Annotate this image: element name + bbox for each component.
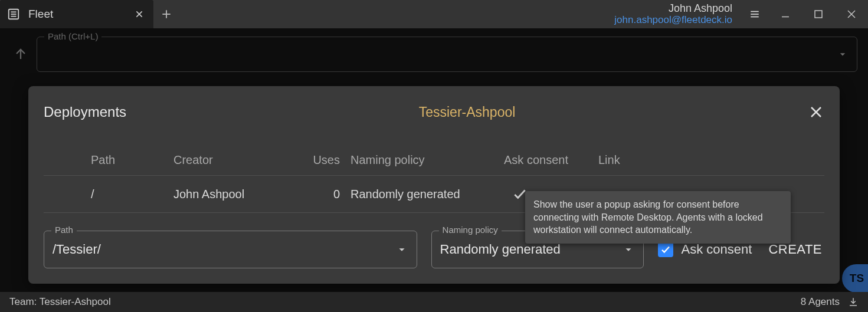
new-tab-button[interactable] bbox=[153, 0, 179, 28]
status-bar: Team: Tessier-Ashpool 8 Agents bbox=[0, 292, 868, 312]
form-naming-legend: Naming policy bbox=[439, 225, 502, 235]
ask-consent-control[interactable]: Ask consent bbox=[658, 242, 752, 257]
form-path-input[interactable] bbox=[53, 242, 395, 257]
col-naming: Naming policy bbox=[351, 153, 504, 167]
download-icon[interactable] bbox=[848, 297, 859, 307]
modal-team-name: Tessier-Ashpool bbox=[126, 104, 808, 120]
col-creator: Creator bbox=[173, 153, 286, 167]
cell-uses: 0 bbox=[286, 188, 351, 201]
list-icon bbox=[7, 8, 20, 21]
form-path-legend: Path bbox=[51, 225, 77, 235]
user-email[interactable]: john.ashpool@fleetdeck.io bbox=[614, 15, 732, 26]
user-info: John Ashpool john.ashpool@fleetdeck.io bbox=[614, 3, 741, 25]
status-team: Team: Tessier-Ashpool bbox=[9, 296, 111, 308]
chevron-down-icon[interactable] bbox=[622, 243, 635, 256]
consent-tooltip: Show the user a popup asking for consent… bbox=[525, 191, 791, 244]
form-path-field[interactable]: Path bbox=[44, 231, 417, 268]
tab-label: Fleet bbox=[28, 8, 125, 21]
window-close-button[interactable] bbox=[835, 0, 868, 28]
ask-consent-checkbox[interactable] bbox=[658, 242, 673, 257]
svg-rect-12 bbox=[815, 11, 822, 18]
col-path: Path bbox=[91, 153, 173, 167]
col-link: Link bbox=[598, 153, 663, 167]
ask-consent-label: Ask consent bbox=[682, 242, 752, 257]
maximize-button[interactable] bbox=[802, 0, 835, 28]
col-consent: Ask consent bbox=[504, 153, 598, 167]
menu-button[interactable] bbox=[741, 0, 769, 28]
modal-close-button[interactable] bbox=[808, 104, 824, 120]
tab-fleet[interactable]: Fleet bbox=[0, 0, 153, 28]
user-name: John Ashpool bbox=[614, 3, 732, 15]
table-header: Path Creator Uses Naming policy Ask cons… bbox=[44, 147, 824, 176]
cell-naming: Randomly generated bbox=[351, 188, 504, 201]
chevron-down-icon[interactable] bbox=[395, 243, 408, 256]
form-naming-input[interactable] bbox=[440, 242, 622, 257]
window-controls bbox=[769, 0, 868, 28]
title-bar: Fleet John Ashpool john.ashpool@fleetdec… bbox=[0, 0, 868, 28]
modal-overlay: Deployments Tessier-Ashpool Path Creator… bbox=[0, 28, 868, 292]
col-uses: Uses bbox=[286, 153, 351, 167]
cell-creator: John Ashpool bbox=[173, 188, 286, 201]
status-agents: 8 Agents bbox=[801, 296, 840, 308]
tab-strip: Fleet bbox=[0, 0, 179, 28]
minimize-button[interactable] bbox=[769, 0, 802, 28]
cell-path: / bbox=[91, 188, 173, 201]
modal-title: Deployments bbox=[44, 104, 126, 120]
deployments-modal: Deployments Tessier-Ashpool Path Creator… bbox=[28, 86, 840, 284]
close-icon[interactable] bbox=[133, 8, 145, 20]
